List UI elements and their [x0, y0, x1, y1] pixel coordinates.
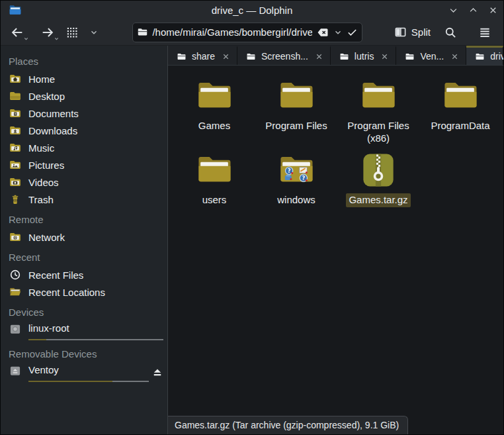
window-controls — [448, 5, 498, 15]
eject-icon[interactable] — [151, 366, 163, 378]
toolbar-right-group: Split — [394, 23, 494, 42]
location-dropdown-caret-icon[interactable] — [333, 28, 343, 37]
tab-folder-icon — [475, 52, 485, 62]
location-folder-icon — [137, 26, 148, 38]
sidebar-item[interactable]: Videos — [1, 173, 167, 191]
sidebar-item-label: Recent Locations — [28, 287, 105, 298]
status-bar: Games.tar.gz (Tar archive (gzip-compress… — [168, 416, 408, 434]
tab-close-icon[interactable] — [380, 52, 389, 61]
sidebar-item-label: Desktop — [28, 91, 65, 102]
sidebar-item-label: Documents — [28, 108, 79, 119]
sidebar-item-icon — [9, 124, 22, 137]
file-name: Program Files (x86) — [340, 119, 417, 146]
file-name: users — [200, 193, 230, 207]
sidebar-item-icon — [9, 158, 22, 171]
dolphin-window: drive_c — Dolphin /home/mirai/Games/bomb… — [0, 0, 504, 435]
file-item[interactable]: Program Files (x86) — [337, 75, 419, 146]
forward-history-caret-icon[interactable] — [54, 32, 60, 44]
file-item[interactable]: Program Files — [255, 75, 337, 146]
sidebar-item-icon — [9, 107, 22, 120]
sidebar-section: Places Home Desktop — [1, 50, 167, 208]
clear-location-icon[interactable] — [316, 26, 329, 39]
sidebar-item-icon — [9, 230, 22, 244]
sidebar-item-label: Videos — [28, 177, 59, 188]
sidebar-item[interactable]: Music — [1, 139, 167, 156]
dolphin-app-icon — [9, 3, 22, 17]
back-history-caret-icon[interactable] — [23, 32, 29, 44]
file-item[interactable]: ?? windows — [255, 149, 337, 220]
folder-view: share Screensh... lutris Ven... — [168, 46, 503, 434]
minimize-icon[interactable] — [448, 5, 458, 15]
sidebar-section-header: Devices — [1, 301, 167, 321]
tab[interactable]: Screensh... — [237, 46, 331, 65]
file-name: Games — [196, 119, 233, 133]
file-icon — [275, 75, 317, 117]
sidebar-item[interactable]: Desktop — [1, 87, 167, 105]
tab[interactable]: driv... — [466, 46, 503, 65]
sidebar-item-icon — [9, 72, 22, 85]
search-icon[interactable] — [441, 23, 460, 42]
sidebar-section: Removable Devices Ventoy — [1, 342, 167, 384]
titlebar: drive_c — Dolphin — [1, 1, 503, 19]
toolbar: /home/mirai/Games/bombergirl/drive_c Spl… — [1, 19, 503, 46]
close-icon[interactable] — [487, 5, 498, 15]
sidebar-item-icon — [9, 89, 22, 103]
split-button[interactable]: Split — [394, 26, 431, 38]
sidebar-item[interactable]: Ventoy — [1, 363, 167, 384]
file-name: ProgramData — [428, 119, 492, 133]
tab[interactable]: lutris — [331, 46, 397, 65]
file-icon — [357, 149, 399, 191]
sidebar-item[interactable]: Recent Locations — [1, 283, 167, 301]
location-bar[interactable]: /home/mirai/Games/bombergirl/drive_c — [132, 23, 362, 42]
file-name: Games.tar.gz — [346, 193, 410, 207]
svg-text:?: ? — [302, 175, 306, 181]
sidebar-item-label: Recent Files — [28, 269, 83, 281]
location-path[interactable]: /home/mirai/Games/bombergirl/drive_c — [152, 26, 312, 38]
sidebar-item-label: Home — [28, 73, 55, 85]
tab[interactable]: share — [168, 46, 237, 65]
sidebar-item-icon — [9, 285, 22, 299]
tab[interactable]: Ven... — [396, 46, 466, 65]
sidebar-item[interactable]: Documents — [1, 105, 167, 122]
file-icon — [193, 149, 235, 191]
sidebar-item[interactable]: Home — [1, 70, 167, 87]
tab-label: Screensh... — [261, 51, 308, 62]
sidebar-section-header: Removable Devices — [1, 342, 167, 363]
sidebar-item[interactable]: Recent Files — [1, 266, 167, 283]
svg-text:?: ? — [288, 168, 291, 174]
location-accept-icon[interactable] — [347, 26, 358, 38]
file-item[interactable]: Games — [173, 75, 255, 146]
file-item[interactable]: users — [173, 149, 255, 220]
sidebar-item[interactable]: Trash — [1, 191, 167, 208]
file-icon — [357, 75, 399, 117]
sidebar-section-header: Remote — [1, 208, 167, 228]
sidebar-item[interactable]: Downloads — [1, 122, 167, 139]
sidebar-item[interactable]: linux-root — [1, 321, 167, 342]
sidebar-item-label: Downloads — [28, 125, 77, 136]
back-button[interactable] — [7, 23, 27, 42]
sidebar-item-icon — [9, 193, 22, 206]
file-icon: ?? — [275, 149, 317, 191]
sidebar-item-label: linux-root — [28, 322, 69, 334]
maximize-icon[interactable] — [468, 5, 478, 15]
split-label: Split — [411, 26, 431, 38]
sidebar-item-icon — [9, 322, 22, 336]
window-title: drive_c — Dolphin — [1, 5, 503, 16]
tab-close-icon[interactable] — [222, 52, 230, 61]
sidebar-item-label: Ventoy — [28, 364, 59, 375]
tab-label: lutris — [355, 51, 374, 62]
hamburger-menu-icon[interactable] — [476, 23, 494, 42]
view-mode-caret-icon[interactable] — [87, 23, 101, 42]
file-item[interactable]: Games.tar.gz — [337, 149, 419, 220]
sidebar-item-label: Trash — [28, 194, 54, 205]
tab-close-icon[interactable] — [450, 52, 459, 61]
sidebar-section-header: Recent — [1, 246, 167, 266]
forward-button[interactable] — [38, 23, 58, 42]
sidebar-item[interactable]: Network — [1, 228, 167, 246]
file-name: Program Files — [263, 119, 329, 133]
file-name: windows — [274, 193, 318, 207]
view-mode-button[interactable] — [63, 23, 81, 42]
tab-close-icon[interactable] — [315, 52, 323, 61]
sidebar-item[interactable]: Pictures — [1, 156, 167, 173]
file-item[interactable]: ProgramData — [419, 75, 501, 146]
